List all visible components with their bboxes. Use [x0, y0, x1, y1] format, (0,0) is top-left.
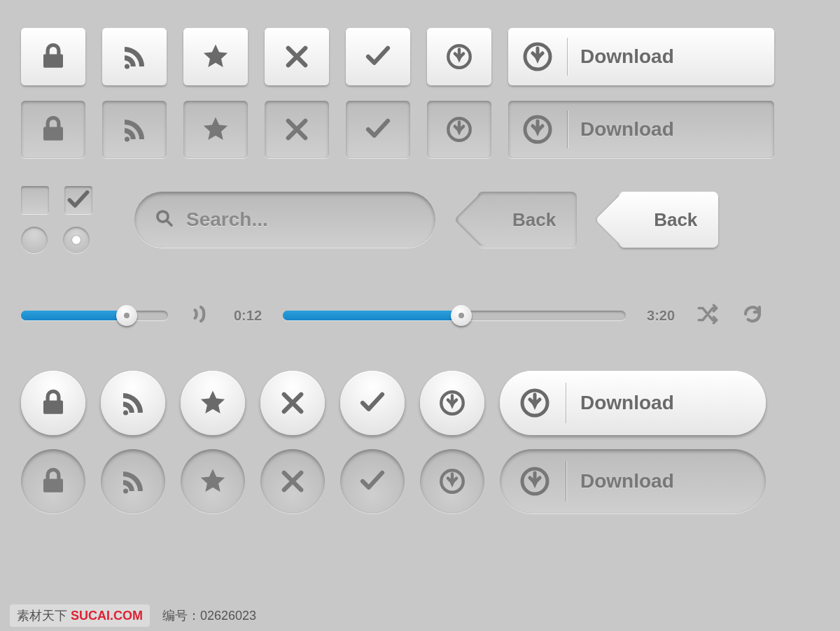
lock-icon — [38, 115, 68, 144]
star-icon — [201, 115, 230, 144]
square-buttons-dark-row: Download — [21, 101, 819, 158]
divider — [566, 383, 566, 423]
player-row: 0:12 3:20 — [21, 302, 819, 329]
x-icon — [278, 467, 307, 496]
back-button-dark[interactable]: Back — [477, 192, 577, 248]
check-icon — [363, 115, 393, 144]
download-label: Download — [580, 470, 674, 492]
rss-round-button[interactable] — [101, 371, 165, 435]
brand-name: 素材天下 — [17, 609, 67, 623]
round-buttons-light-row: Download — [21, 371, 819, 435]
divider — [567, 111, 568, 148]
volume-knob[interactable] — [116, 305, 137, 326]
lock-round-button-pressed[interactable] — [21, 449, 85, 513]
site-footer: 素材天下 SUCAI.COM 编号：02626023 — [0, 604, 840, 627]
check-icon — [358, 467, 387, 496]
progress-slider[interactable] — [283, 311, 626, 320]
download-icon-button-pressed[interactable] — [427, 101, 491, 158]
shuffle-button[interactable] — [696, 302, 720, 329]
confirm-button[interactable] — [346, 28, 410, 85]
square-buttons-light-row: Download — [21, 28, 819, 85]
download-round-button-pressed[interactable] — [420, 449, 484, 513]
download-icon-button[interactable] — [427, 28, 491, 85]
download-circle-icon — [521, 113, 554, 146]
progress-knob[interactable] — [451, 305, 472, 326]
download-pill-button[interactable]: Download — [500, 371, 766, 435]
close-round-button-pressed[interactable] — [260, 449, 325, 513]
controls-row: Search... Back Back — [21, 186, 819, 253]
sound-icon — [189, 302, 213, 329]
meta-value: 02626023 — [200, 609, 256, 623]
round-buttons-dark-row: Download — [21, 449, 819, 513]
back-label: Back — [654, 209, 697, 231]
star-icon — [198, 388, 227, 418]
download-button-pressed[interactable]: Download — [508, 101, 774, 158]
x-icon — [278, 388, 307, 418]
download-circle-icon — [521, 40, 554, 73]
star-round-button-pressed[interactable] — [181, 449, 245, 513]
progress-fill — [283, 311, 461, 320]
close-round-button[interactable] — [260, 371, 325, 435]
rss-button[interactable] — [102, 28, 167, 85]
download-circle-icon — [518, 465, 552, 498]
download-circle-icon — [438, 388, 467, 418]
meta-label: 编号： — [162, 609, 200, 623]
rss-button-pressed[interactable] — [102, 101, 167, 158]
back-button-light[interactable]: Back — [619, 192, 718, 248]
checkbox-unchecked[interactable] — [21, 186, 49, 214]
download-circle-icon — [518, 386, 552, 420]
download-label: Download — [580, 392, 674, 414]
download-circle-icon — [438, 467, 467, 496]
download-circle-icon — [444, 42, 474, 71]
download-button[interactable]: Download — [508, 28, 774, 85]
brand-suffix: SUCAI.COM — [71, 609, 143, 623]
rss-round-button-pressed[interactable] — [101, 449, 165, 513]
search-placeholder: Search... — [186, 208, 268, 231]
checkbox-checked[interactable] — [64, 186, 92, 214]
brand-tag: 素材天下 SUCAI.COM — [10, 604, 150, 627]
reload-button[interactable] — [741, 302, 764, 329]
volume-slider[interactable] — [21, 311, 168, 320]
check-icon — [358, 388, 387, 418]
lock-icon — [38, 467, 68, 496]
lock-round-button[interactable] — [21, 371, 85, 435]
lock-button-pressed[interactable] — [21, 101, 85, 158]
star-icon — [198, 467, 227, 496]
elapsed-time: 0:12 — [234, 308, 262, 324]
lock-icon — [38, 42, 68, 71]
search-input[interactable]: Search... — [134, 192, 435, 248]
divider — [566, 461, 566, 502]
search-icon — [154, 208, 175, 232]
total-time: 3:20 — [647, 308, 675, 324]
lock-icon — [38, 388, 68, 418]
lock-button[interactable] — [21, 28, 85, 85]
radio-dot — [72, 236, 80, 244]
close-button-pressed[interactable] — [265, 101, 329, 158]
check-icon — [363, 42, 393, 71]
confirm-round-button-pressed[interactable] — [340, 449, 405, 513]
x-icon — [282, 42, 312, 71]
download-pill-button-pressed[interactable]: Download — [500, 449, 766, 513]
rss-icon — [118, 467, 148, 496]
toggle-group — [21, 186, 92, 253]
rss-icon — [120, 42, 149, 71]
rss-icon — [120, 115, 149, 144]
download-label: Download — [580, 118, 674, 141]
radio-unselected[interactable] — [21, 227, 48, 253]
star-icon — [201, 42, 230, 71]
radio-selected[interactable] — [63, 227, 90, 253]
star-button[interactable] — [183, 28, 248, 85]
rss-icon — [118, 388, 148, 418]
back-label: Back — [512, 209, 556, 231]
star-round-button[interactable] — [181, 371, 245, 435]
x-icon — [282, 115, 312, 144]
download-label: Download — [580, 45, 674, 68]
asset-meta: 编号：02626023 — [162, 607, 256, 624]
close-button[interactable] — [265, 28, 329, 85]
star-button-pressed[interactable] — [183, 101, 248, 158]
confirm-button-pressed[interactable] — [346, 101, 410, 158]
confirm-round-button[interactable] — [340, 371, 405, 435]
volume-fill — [21, 311, 127, 320]
download-round-button[interactable] — [420, 371, 484, 435]
download-circle-icon — [444, 115, 474, 144]
